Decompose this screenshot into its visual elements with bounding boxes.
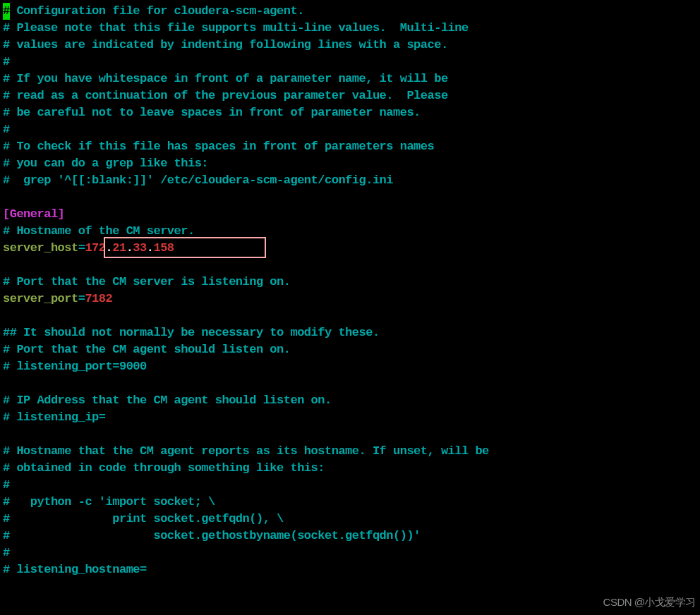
server-port-line: server_port=7182 — [3, 291, 697, 308]
config-line: # Port that the CM server is listening o… — [3, 274, 697, 291]
config-line: # listening_hostname= — [3, 561, 697, 578]
config-line: # Hostname that the CM agent reports as … — [3, 443, 697, 460]
config-line: # — [3, 477, 697, 494]
blank-line — [3, 257, 697, 274]
server-host-line: server_host=172.21.33.158 — [3, 240, 697, 257]
config-line: # read as a continuation of the previous… — [3, 87, 697, 104]
config-line: # you can do a grep like this: — [3, 155, 697, 172]
config-line: # — [3, 54, 697, 71]
config-line: # listening_ip= — [3, 409, 697, 426]
config-line: # python -c 'import socket; \ — [3, 494, 697, 511]
blank-line — [3, 189, 697, 206]
config-line: # Configuration file for cloudera-scm-ag… — [3, 3, 697, 20]
config-line: # listening_port=9000 — [3, 358, 697, 375]
config-line: # print socket.getfqdn(), \ — [3, 511, 697, 528]
config-line: # obtained in code through something lik… — [3, 460, 697, 477]
blank-line — [3, 426, 697, 443]
section-header: [General] — [3, 206, 697, 223]
config-line: # IP Address that the CM agent should li… — [3, 392, 697, 409]
config-line: # Hostname of the CM server. — [3, 223, 697, 240]
blank-line — [3, 375, 697, 392]
config-line: # Please note that this file supports mu… — [3, 20, 697, 37]
watermark: CSDN @小戈爱学习 — [603, 594, 696, 611]
config-line: # grep '^[[:blank:]]' /etc/cloudera-scm-… — [3, 172, 697, 189]
blank-line — [3, 308, 697, 324]
terminal-editor[interactable]: # Configuration file for cloudera-scm-ag… — [3, 3, 697, 578]
config-line: # socket.gethostbyname(socket.getfqdn())… — [3, 528, 697, 544]
config-line: # — [3, 544, 697, 561]
config-line: # values are indicated by indenting foll… — [3, 37, 697, 54]
config-line: # Port that the CM agent should listen o… — [3, 341, 697, 358]
config-line: # — [3, 121, 697, 138]
config-line: ## It should not normally be necessary t… — [3, 324, 697, 341]
config-line: # To check if this file has spaces in fr… — [3, 138, 697, 155]
config-line: # If you have whitespace in front of a p… — [3, 71, 697, 87]
config-line: # be careful not to leave spaces in fron… — [3, 104, 697, 121]
cursor: # — [3, 3, 10, 20]
